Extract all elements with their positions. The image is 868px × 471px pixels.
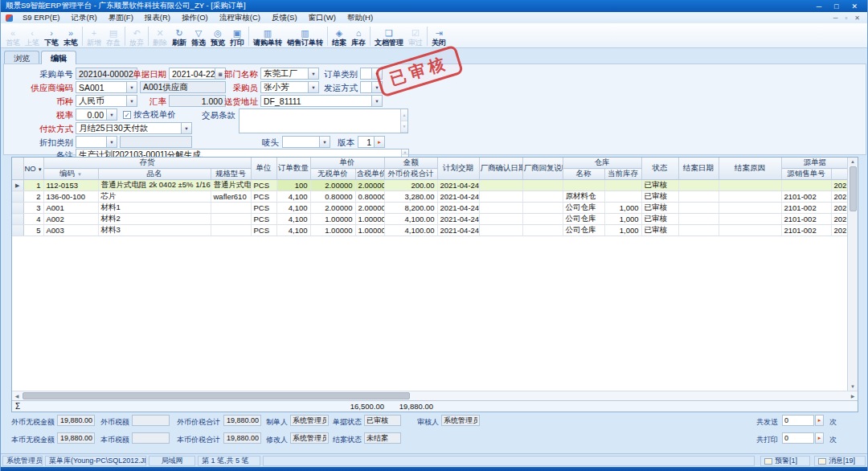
- menu-interface[interactable]: 界面(F): [103, 13, 139, 23]
- col-due-date[interactable]: 计划交期: [437, 158, 479, 180]
- col-unit[interactable]: 单位: [251, 158, 276, 180]
- menu-window[interactable]: 窗口(W): [303, 13, 342, 23]
- checkbox-check-icon: ✓: [123, 111, 131, 119]
- vertical-scroll-thumb[interactable]: [850, 166, 857, 211]
- col-close-date[interactable]: 结案日期: [678, 158, 719, 180]
- col-warehouse-name[interactable]: 名称: [563, 169, 604, 180]
- scroll-up-icon[interactable]: ▲: [401, 109, 407, 121]
- minimize-icon[interactable]: ─: [817, 2, 821, 10]
- row-selector[interactable]: ▶: [12, 180, 23, 191]
- table-row[interactable]: 4A002材料2PCS4,1001.000001.000004,100.0020…: [12, 214, 847, 225]
- table-row[interactable]: 2136-00-100芯片wafler610PCS4,1000.800000.8…: [12, 191, 847, 203]
- trade-terms-field[interactable]: ▲▼: [239, 109, 408, 133]
- version-spinner-icon[interactable]: ▸: [374, 137, 384, 147]
- status-alert[interactable]: 预警[1]: [760, 456, 810, 466]
- menu-s9erp[interactable]: S9 ERP(E): [17, 13, 65, 23]
- local-total-field: 19,880.00: [223, 432, 261, 444]
- version-field[interactable]: 1▸: [358, 136, 385, 148]
- horizontal-scroll-thumb[interactable]: [23, 392, 410, 399]
- col-source-sales-no[interactable]: 源销售单号: [781, 169, 831, 180]
- order-type-label: 订单类别: [290, 69, 358, 80]
- col-no[interactable]: NO▼: [23, 158, 43, 180]
- toolbar-filter[interactable]: ▽筛选: [189, 24, 208, 47]
- tab-edit[interactable]: 编辑: [41, 51, 76, 64]
- print-count-field[interactable]: 0: [782, 432, 814, 444]
- tab-browse[interactable]: 浏览: [4, 51, 39, 63]
- toolbar-print[interactable]: ▣打印: [227, 24, 247, 47]
- scroll-up-icon[interactable]: ▲: [402, 149, 408, 155]
- scroll-right-icon[interactable]: ▶: [848, 393, 858, 399]
- col-amount-fx-total[interactable]: 外币价税合计: [384, 169, 437, 180]
- col-item-name[interactable]: 品名: [98, 169, 211, 180]
- cell-confirm: [479, 191, 522, 203]
- col-price-inc-tax[interactable]: 含税单价: [355, 169, 384, 180]
- mdi-restore-icon[interactable]: ▫: [845, 14, 847, 22]
- supplier-code-field[interactable]: SA001▼: [76, 81, 137, 93]
- col-code[interactable]: 编码▼: [43, 169, 98, 180]
- menu-workflow-audit[interactable]: 流程审核(C): [214, 13, 266, 23]
- tax-rate-field[interactable]: 0.00▼: [76, 109, 117, 121]
- toolbar-pr-transfer[interactable]: ▥请购单转: [251, 24, 285, 47]
- menu-help[interactable]: 帮助(H): [342, 13, 379, 23]
- row-selector[interactable]: [12, 191, 23, 203]
- scroll-left-icon[interactable]: ◀: [12, 393, 22, 399]
- toolbar-inventory[interactable]: ⌂库存: [349, 24, 368, 47]
- cell-status: 已审核: [641, 214, 678, 225]
- print-count-button[interactable]: ▸: [815, 432, 824, 444]
- toolbar-preview[interactable]: ◎预览: [208, 24, 227, 47]
- toolbar-next-record[interactable]: ›下笔: [42, 24, 61, 47]
- table-row[interactable]: 5A003材料3PCS4,1001.000001.000004,100.0020…: [12, 225, 847, 236]
- col-current-stock[interactable]: 当前库存: [604, 169, 641, 180]
- dropdown-icon[interactable]: ▼: [319, 137, 330, 147]
- vertical-scrollbar[interactable]: ▲ ▼: [847, 158, 858, 391]
- status-message[interactable]: 消息[19]: [814, 456, 866, 466]
- cell-unit: PCS: [251, 203, 276, 214]
- dropdown-icon[interactable]: ▼: [106, 109, 117, 120]
- row-selector[interactable]: [12, 225, 23, 236]
- toolbar-so-transfer[interactable]: ▥销售订单转: [285, 24, 326, 47]
- table-row[interactable]: 3A001材料1PCS4,1002.000002.000008,200.0020…: [12, 203, 847, 214]
- col-status[interactable]: 状态: [641, 158, 678, 180]
- filter-icon[interactable]: ▼: [77, 172, 82, 177]
- row-selector[interactable]: [12, 214, 23, 225]
- maximize-icon[interactable]: □: [834, 2, 838, 10]
- col-spec[interactable]: 规格型号: [211, 169, 251, 180]
- toolbar-refresh[interactable]: ↻刷新: [170, 24, 189, 47]
- menu-feedback[interactable]: 反馈(S): [266, 13, 303, 23]
- sent-count-button[interactable]: ▸: [815, 415, 824, 426]
- col-vendor-confirm-date[interactable]: 厂商确认日期: [479, 158, 522, 180]
- col-vendor-reply[interactable]: 厂商回复说明: [522, 158, 563, 180]
- dropdown-icon[interactable]: ▼: [126, 82, 137, 92]
- toolbar-close-case[interactable]: ◈结案: [330, 24, 349, 47]
- scroll-down-icon[interactable]: ▼: [401, 121, 407, 133]
- row-selector[interactable]: [12, 203, 23, 214]
- mark-field[interactable]: ▼: [282, 136, 330, 148]
- toolbar-close[interactable]: ⇥关闭: [429, 24, 448, 47]
- dropdown-icon[interactable]: ▼: [181, 123, 191, 133]
- menu-records[interactable]: 记录(R): [65, 13, 102, 23]
- menu-reports[interactable]: 报表(R): [139, 13, 176, 23]
- close-icon[interactable]: ✕: [851, 2, 858, 10]
- toolbar-last-record[interactable]: »末笔: [61, 24, 80, 47]
- col-order-qty[interactable]: 订单数量: [276, 158, 310, 180]
- table-row[interactable]: ▶1112-0153普通片式电阻 2k 0402 ±5% 1/16W普通片式电阻…: [12, 180, 847, 191]
- mdi-minimize-icon[interactable]: ─: [833, 14, 838, 22]
- col-price-ex-tax[interactable]: 无税单价: [310, 169, 355, 180]
- scroll-up-icon[interactable]: ▲: [850, 158, 855, 166]
- col-close-reason[interactable]: 结案原因: [719, 158, 781, 180]
- fx-total-value: 19,880.00: [226, 416, 259, 424]
- ship-address-field[interactable]: DF_81111▼: [260, 95, 383, 107]
- dropdown-icon[interactable]: ▼: [106, 137, 117, 147]
- dropdown-icon[interactable]: ▼: [371, 96, 382, 106]
- mdi-close-icon[interactable]: ✕: [854, 14, 860, 22]
- tax-inclusive-checkbox[interactable]: ✓按含税单价: [123, 109, 176, 121]
- cell-wh_name: [563, 180, 604, 191]
- scroll-down-icon[interactable]: ▼: [850, 383, 855, 391]
- sent-count-field[interactable]: 0: [782, 415, 814, 426]
- discount-type-field[interactable]: ▼: [76, 136, 117, 148]
- supplier-code-label: 供应商编码: [10, 83, 73, 94]
- horizontal-scrollbar[interactable]: ◀ ▶: [12, 391, 858, 400]
- toolbar-doc-mgmt[interactable]: ❏文档管理: [372, 24, 406, 47]
- payment-field[interactable]: 月结25日30天付款▼: [76, 122, 192, 134]
- menu-operations[interactable]: 操作(O): [176, 13, 214, 23]
